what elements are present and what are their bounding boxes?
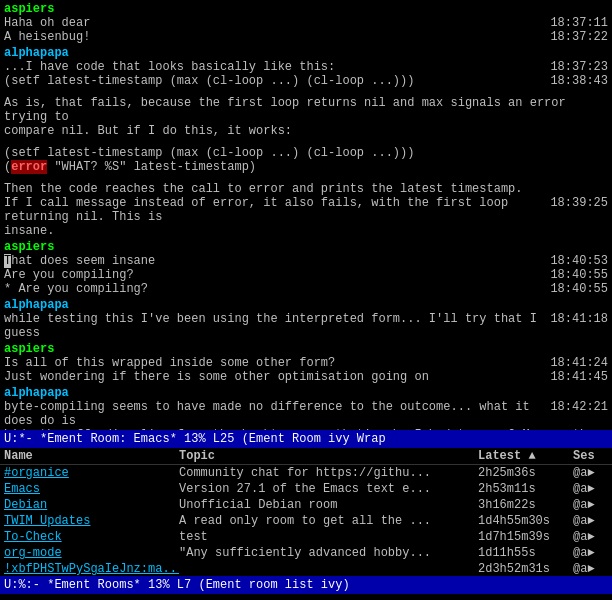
message-line: compare nil. But if I do this, it works: xyxy=(4,124,608,138)
room-latest: 3h16m22s xyxy=(478,497,573,513)
message-line: while testing this I've been using the i… xyxy=(4,312,608,340)
message-text: insane. xyxy=(4,224,608,238)
message-block: alphapapa ...I have code that looks basi… xyxy=(4,46,608,88)
room-link[interactable]: org-mode xyxy=(4,546,62,560)
room-link[interactable]: To-Check xyxy=(4,530,62,544)
col-name-header: Name xyxy=(4,449,179,463)
message-text: (setf latest-timestamp (max (cl-loop ...… xyxy=(4,146,608,160)
message-line: Are you compiling? 18:40:55 xyxy=(4,268,608,282)
author-label: aspiers xyxy=(4,240,54,254)
room-ses: @a► xyxy=(573,545,608,561)
list-item[interactable]: org-mode "Any sufficiently advanced hobb… xyxy=(0,545,612,561)
room-name: Debian xyxy=(4,497,179,513)
message-text: * Are you compiling? xyxy=(4,282,540,296)
timestamp: 18:40:55 xyxy=(550,282,608,296)
message-line: (setf latest-timestamp (max (cl-loop ...… xyxy=(4,74,608,88)
message-line: hide the offending line from the backtra… xyxy=(4,428,608,430)
message-line: Then the code reaches the call to error … xyxy=(4,182,608,196)
message-text: That does seem insane xyxy=(4,254,540,268)
chat-status-text: U:*- *Ement Room: Emacs* 13% L25 (Ement … xyxy=(4,432,386,446)
message-text: Is all of this wrapped inside some other… xyxy=(4,356,540,370)
list-item[interactable]: TWIM Updates A read only room to get all… xyxy=(0,513,612,529)
author-label: aspiers xyxy=(4,2,54,16)
message-text: hide the offending line from the backtra… xyxy=(4,428,608,430)
message-line: byte-compiling seems to have made no dif… xyxy=(4,400,608,428)
message-text: Then the code reaches the call to error … xyxy=(4,182,608,196)
message-block: aspiers Haha oh dear 18:37:11 A heisenbu… xyxy=(4,2,608,44)
message-text: byte-compiling seems to have made no dif… xyxy=(4,400,540,428)
list-item[interactable]: !xbfPHSTwPySgaIeJnz:ma... 2d3h52m31s @a► xyxy=(0,561,612,576)
message-text: ...I have code that looks basically like… xyxy=(4,60,540,74)
room-ses: @a► xyxy=(573,465,608,481)
message-line: ...I have code that looks basically like… xyxy=(4,60,608,74)
message-line: (error "WHAT? %S" latest-timestamp) xyxy=(4,160,608,174)
room-topic: A read only room to get all the ... xyxy=(179,513,478,529)
room-latest: 1d11h55s xyxy=(478,545,573,561)
cursor: T xyxy=(4,254,11,268)
room-ses: @a► xyxy=(573,481,608,497)
timestamp: 18:41:24 xyxy=(550,356,608,370)
message-line: Just wondering if there is some other op… xyxy=(4,370,608,384)
room-name: #organice xyxy=(4,465,179,481)
room-ses: @a► xyxy=(573,513,608,529)
timestamp: 18:41:18 xyxy=(550,312,608,340)
message-block: As is, that fails, because the first loo… xyxy=(4,96,608,138)
timestamp: 18:37:22 xyxy=(550,30,608,44)
room-link[interactable]: Emacs xyxy=(4,482,40,496)
message-block: aspiers That does seem insane 18:40:53 A… xyxy=(4,240,608,296)
room-ses: @a► xyxy=(573,497,608,513)
room-list-status-bar: U:%:- *Ement Rooms* 13% L7 (Ement room l… xyxy=(0,576,612,594)
message-text: (error "WHAT? %S" latest-timestamp) xyxy=(4,160,608,174)
message-line: If I call message instead of error, it a… xyxy=(4,196,608,224)
list-item[interactable]: #organice Community chat for https://git… xyxy=(0,465,612,481)
room-list-header: Name Topic Latest ▲ Ses xyxy=(0,448,612,465)
author-label: alphapapa xyxy=(4,46,69,60)
room-link[interactable]: !xbfPHSTwPySgaIeJnz:ma... xyxy=(4,562,179,576)
room-name: Emacs xyxy=(4,481,179,497)
list-item[interactable]: To-Check test 1d7h15m39s @a► xyxy=(0,529,612,545)
room-link[interactable]: Debian xyxy=(4,498,47,512)
col-latest-header: Latest ▲ xyxy=(478,449,573,463)
room-list-panel: Name Topic Latest ▲ Ses #organice Commun… xyxy=(0,448,612,576)
timestamp: 18:42:21 xyxy=(550,400,608,428)
message-text: If I call message instead of error, it a… xyxy=(4,196,540,224)
chat-status-bar: U:*- *Ement Room: Emacs* 13% L25 (Ement … xyxy=(0,430,612,448)
room-name: org-mode xyxy=(4,545,179,561)
room-latest: 2d3h52m31s xyxy=(478,561,573,576)
room-topic: Unofficial Debian room xyxy=(179,497,478,513)
room-name: !xbfPHSTwPySgaIeJnz:ma... xyxy=(4,561,179,576)
room-name: TWIM Updates xyxy=(4,513,179,529)
timestamp: 18:37:11 xyxy=(550,16,608,30)
message-line: (setf latest-timestamp (max (cl-loop ...… xyxy=(4,146,608,160)
room-link[interactable]: TWIM Updates xyxy=(4,514,90,528)
message-block: Then the code reaches the call to error … xyxy=(4,182,608,238)
message-line: * Are you compiling? 18:40:55 xyxy=(4,282,608,296)
room-topic: "Any sufficiently advanced hobby... xyxy=(179,545,478,561)
timestamp: 18:39:25 xyxy=(550,196,608,224)
message-text: Haha oh dear xyxy=(4,16,540,30)
author-label: alphapapa xyxy=(4,298,69,312)
room-link[interactable]: #organice xyxy=(4,466,69,480)
room-latest: 1d7h15m39s xyxy=(478,529,573,545)
message-text: compare nil. But if I do this, it works: xyxy=(4,124,608,138)
message-text: A heisenbug! xyxy=(4,30,540,44)
message-line: That does seem insane 18:40:53 xyxy=(4,254,608,268)
chat-panel: aspiers Haha oh dear 18:37:11 A heisenbu… xyxy=(0,0,612,430)
message-line: insane. xyxy=(4,224,608,238)
message-block: aspiers Is all of this wrapped inside so… xyxy=(4,342,608,384)
room-latest: 2h53m11s xyxy=(478,481,573,497)
message-block: alphapapa while testing this I've been u… xyxy=(4,298,608,340)
author-label: aspiers xyxy=(4,342,54,356)
room-ses: @a► xyxy=(573,529,608,545)
timestamp: 18:37:23 xyxy=(550,60,608,74)
room-latest: 1d4h55m30s xyxy=(478,513,573,529)
col-topic-header: Topic xyxy=(179,449,478,463)
message-line: As is, that fails, because the first loo… xyxy=(4,96,608,124)
room-topic: Community chat for https://githu... xyxy=(179,465,478,481)
timestamp: 18:38:43 xyxy=(550,74,608,88)
list-item[interactable]: Debian Unofficial Debian room 3h16m22s @… xyxy=(0,497,612,513)
message-line: Haha oh dear 18:37:11 xyxy=(4,16,608,30)
list-item[interactable]: Emacs Version 27.1 of the Emacs text e..… xyxy=(0,481,612,497)
author-label: alphapapa xyxy=(4,386,69,400)
message-block: alphapapa byte-compiling seems to have m… xyxy=(4,386,608,430)
